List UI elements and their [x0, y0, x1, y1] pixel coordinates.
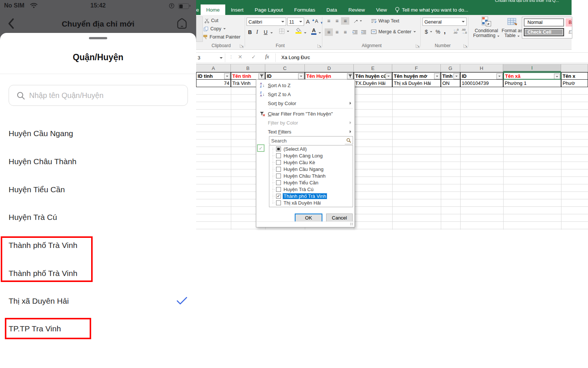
cell-style-bad[interactable]: Ba: [566, 18, 572, 27]
comma-style-button[interactable]: ,: [444, 27, 446, 35]
tab-insert[interactable]: Insert: [225, 4, 249, 15]
filter-dropdown-button[interactable]: [454, 73, 459, 79]
format-painter-button[interactable]: Format Painter: [203, 34, 241, 40]
filter-dropdown-button[interactable]: [554, 74, 560, 80]
copy-button[interactable]: Copy: [204, 26, 226, 31]
column-letter-F[interactable]: F: [392, 64, 441, 72]
format-as-table-button[interactable]: Format asTable: [501, 16, 524, 38]
filter-value-item[interactable]: Huyện Cầu Ngang: [269, 166, 353, 172]
tab-home[interactable]: Home: [201, 4, 225, 15]
alignment-dialog-launcher[interactable]: ↘: [416, 44, 420, 48]
cell-style-check-cell[interactable]: Check Cell: [524, 28, 564, 36]
align-left-button[interactable]: ≡: [325, 28, 333, 36]
enter-entry-icon[interactable]: ✓: [251, 54, 256, 60]
sheet-drag-handle[interactable]: [89, 37, 107, 39]
checkbox-unchecked[interactable]: [276, 174, 281, 178]
tab-file-partial[interactable]: e: [196, 4, 201, 15]
tab-data[interactable]: Data: [321, 4, 343, 15]
underline-dropdown[interactable]: [270, 32, 273, 33]
number-format-combobox[interactable]: General: [423, 18, 467, 26]
data-cell-8[interactable]: 1000104739: [460, 80, 503, 87]
checkbox-checked[interactable]: ✓: [276, 194, 281, 199]
checkbox-unchecked[interactable]: [276, 153, 281, 158]
decrease-decimal-button[interactable]: .00→.0: [461, 28, 467, 34]
filter-value-item[interactable]: Huyện Cầu Kè: [269, 159, 353, 166]
data-cell-6[interactable]: Thị xã Duyên Hải: [392, 80, 441, 87]
header-cell-3[interactable]: ID: [265, 72, 305, 80]
filter-dropdown-button[interactable]: [224, 73, 230, 79]
percent-style-button[interactable]: %: [436, 29, 440, 35]
name-box[interactable]: 3: [196, 53, 225, 62]
cell-style-normal[interactable]: Normal: [524, 18, 564, 27]
paste-button-partial[interactable]: [196, 16, 203, 42]
filter-dropdown-button[interactable]: [386, 73, 392, 79]
header-cell-6[interactable]: Tên huyện mớ: [392, 72, 441, 80]
list-item-district[interactable]: Thị xã Duyên Hải: [0, 292, 196, 310]
align-top-button[interactable]: ≡: [325, 17, 333, 25]
bold-button[interactable]: B: [248, 29, 252, 35]
checkbox-unchecked[interactable]: [276, 180, 281, 185]
header-cell-4[interactable]: Tên Huyện: [305, 72, 354, 80]
cut-button[interactable]: Cut: [204, 18, 218, 23]
conditional-formatting-button[interactable]: ≠ ConditionalFormatting: [473, 16, 499, 38]
fill-color-button[interactable]: [295, 28, 301, 34]
data-cell-7[interactable]: ON: [441, 80, 460, 87]
data-cell-10[interactable]: Phườ: [561, 80, 588, 87]
header-cell-8[interactable]: ID: [460, 72, 503, 80]
filter-dropdown-button[interactable]: [298, 73, 304, 79]
column-letter-I[interactable]: I: [503, 64, 561, 72]
font-color-dropdown[interactable]: [319, 32, 321, 33]
cell-style-explanatory[interactable]: Ex: [566, 28, 572, 36]
checkbox-unchecked[interactable]: [276, 200, 281, 205]
header-cell-10[interactable]: Tên x: [561, 72, 588, 80]
accounting-format-button[interactable]: $: [425, 28, 433, 35]
decrease-indent-button[interactable]: [351, 28, 359, 36]
borders-button[interactable]: [279, 28, 290, 34]
header-cell-5[interactable]: Tên huyện cũ: [354, 72, 392, 80]
filter-value-item[interactable]: Huyện Càng Long: [269, 152, 353, 159]
cancel-entry-icon[interactable]: ✕: [238, 54, 242, 60]
list-item-district[interactable]: Huyện Châu Thành: [0, 153, 196, 171]
column-letter-A[interactable]: A: [196, 64, 231, 72]
menu-item-sort-by-color[interactable]: Sort by Color: [257, 99, 354, 108]
filter-value-item[interactable]: Huyện Trà Cú: [269, 186, 353, 193]
align-middle-button[interactable]: ≡: [333, 17, 341, 25]
underline-button[interactable]: U: [264, 29, 267, 35]
menu-item-text-filters[interactable]: Text Filters: [257, 127, 354, 136]
checkbox-unchecked[interactable]: [276, 160, 281, 165]
list-item-district[interactable]: Huyện Cầu Ngang: [0, 125, 196, 142]
home-icon[interactable]: [176, 17, 188, 30]
checkbox-unchecked[interactable]: [276, 167, 281, 172]
filter-value-item[interactable]: Huyện Châu Thành: [269, 172, 353, 179]
column-letter-H[interactable]: H: [460, 64, 503, 72]
align-right-button[interactable]: ≡: [341, 28, 349, 36]
data-cell-1[interactable]: 74: [196, 80, 231, 87]
formula-value[interactable]: Xa Long Đưc: [281, 55, 310, 60]
filter-search-input[interactable]: [270, 137, 345, 144]
cancel-button[interactable]: Cancel: [326, 214, 353, 222]
italic-button[interactable]: I: [256, 29, 258, 35]
formula-bar-splitter[interactable]: ⋮: [229, 55, 233, 59]
insert-function-icon[interactable]: fx: [265, 54, 269, 60]
column-letter-cut[interactable]: [561, 64, 588, 72]
font-color-button[interactable]: A: [311, 27, 316, 35]
column-letter-D[interactable]: D: [305, 64, 354, 72]
ok-button[interactable]: OK: [295, 214, 322, 222]
align-center-button[interactable]: ≡: [333, 28, 341, 36]
header-cell-7[interactable]: Tình t: [441, 72, 460, 80]
menu-item-clear-filter-from-t-n-huy-n[interactable]: Clear Filter From "Tên Huyện": [257, 109, 354, 118]
filter-applied-button[interactable]: [259, 73, 264, 79]
menu-item-sort-a-to-z[interactable]: AZ↓Sort A to Z: [257, 81, 354, 90]
column-letter-C[interactable]: C: [265, 64, 305, 72]
header-cell-9[interactable]: Tên xã: [503, 72, 561, 80]
align-bottom-button[interactable]: ≡: [341, 17, 349, 25]
tab-page-layout[interactable]: Page Layout: [249, 4, 289, 15]
filter-value-item[interactable]: ✓Thành phố Trà Vinh: [269, 193, 353, 199]
tab-formulas[interactable]: Formulas: [289, 4, 321, 15]
data-cell-5[interactable]: TX.Duyên Hải: [354, 80, 392, 87]
checkbox-unchecked[interactable]: [276, 187, 281, 192]
header-cell-2[interactable]: Tên tỉnh: [231, 72, 265, 80]
filter-value-item[interactable]: (Select All): [269, 145, 353, 152]
data-cell-9[interactable]: Phường 1: [503, 80, 561, 87]
filter-search-field[interactable]: [269, 136, 353, 144]
